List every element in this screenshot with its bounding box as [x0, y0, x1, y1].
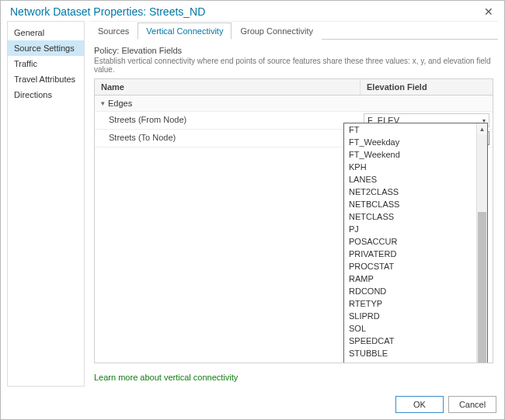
- ok-button[interactable]: OK: [395, 396, 444, 413]
- main-panel: Sources Vertical Connectivity Group Conn…: [89, 21, 498, 387]
- tab-vertical-connectivity[interactable]: Vertical Connectivity: [138, 23, 232, 40]
- chevron-down-icon: ▾: [101, 99, 105, 107]
- scroll-thumb[interactable]: [478, 212, 486, 363]
- dropdown-list[interactable]: FTFT_WeekdayFT_WeekendKPHLANESNET2CLASSN…: [344, 123, 476, 363]
- dropdown-option[interactable]: RAMP: [344, 272, 476, 285]
- learn-more-link[interactable]: Learn more about vertical connectivity: [94, 373, 238, 382]
- dropdown-option[interactable]: POSACCUR: [344, 235, 476, 248]
- group-label: Edges: [108, 99, 132, 108]
- row-name: Streets (To Node): [95, 130, 360, 147]
- close-icon[interactable]: ✕: [481, 5, 496, 18]
- dropdown-option[interactable]: FT_Weekday: [344, 136, 476, 148]
- dropdown-option[interactable]: NET2CLASS: [344, 186, 476, 198]
- header-elevation-field: Elevation Field: [360, 79, 493, 95]
- row-name: Streets (From Node): [95, 112, 360, 129]
- tab-sources[interactable]: Sources: [89, 23, 138, 40]
- dropdown-option[interactable]: SOL: [344, 322, 476, 335]
- elevation-fields-table: Name Elevation Field ▾ Edges Streets (Fr…: [94, 78, 493, 363]
- header-name: Name: [95, 79, 360, 95]
- titlebar: Network Dataset Properties: Streets_ND ✕: [1, 1, 504, 21]
- window-title: Network Dataset Properties: Streets_ND: [10, 5, 205, 18]
- dropdown-option[interactable]: NETCLASS: [344, 210, 476, 223]
- table-header: Name Elevation Field: [95, 79, 493, 95]
- scroll-track[interactable]: [477, 134, 487, 363]
- sidebar: General Source Settings Traffic Travel A…: [7, 21, 85, 387]
- dropdown-option[interactable]: PJ: [344, 223, 476, 235]
- dropdown-option[interactable]: NETBCLASS: [344, 198, 476, 210]
- dropdown-option[interactable]: FT_Weekend: [344, 148, 476, 161]
- dialog-footer: OK Cancel: [1, 390, 504, 419]
- dialog-window: Network Dataset Properties: Streets_ND ✕…: [0, 0, 505, 420]
- group-edges[interactable]: ▾ Edges: [95, 95, 493, 112]
- dropdown-option[interactable]: STUBBLE: [344, 347, 476, 359]
- dropdown-option[interactable]: PRIVATERD: [344, 248, 476, 260]
- dropdown-option[interactable]: KPH: [344, 161, 476, 173]
- dropdown-option[interactable]: SPEEDCAT: [344, 335, 476, 347]
- scrollbar[interactable]: ▲ ▼: [476, 123, 487, 363]
- elevation-field-dropdown: FTFT_WeekdayFT_WeekendKPHLANESNET2CLASSN…: [343, 123, 488, 363]
- dropdown-option[interactable]: FT: [344, 123, 476, 136]
- sidebar-item-source-settings[interactable]: Source Settings: [8, 40, 84, 56]
- dropdown-option[interactable]: LANES: [344, 173, 476, 186]
- sidebar-item-traffic[interactable]: Traffic: [8, 56, 84, 71]
- dropdown-option[interactable]: RDCOND: [344, 285, 476, 297]
- tab-group-connectivity[interactable]: Group Connectivity: [232, 23, 322, 40]
- sidebar-item-directions[interactable]: Directions: [8, 87, 84, 102]
- sidebar-item-general[interactable]: General: [8, 25, 84, 40]
- dropdown-option[interactable]: PROCSTAT: [344, 260, 476, 272]
- policy-section: Policy: Elevation Fields Establish verti…: [89, 40, 498, 77]
- dropdown-option[interactable]: RTETYP: [344, 297, 476, 310]
- policy-title: Policy: Elevation Fields: [94, 46, 493, 55]
- cancel-button[interactable]: Cancel: [448, 396, 496, 413]
- dialog-body: General Source Settings Traffic Travel A…: [1, 21, 504, 390]
- tabs: Sources Vertical Connectivity Group Conn…: [89, 22, 498, 40]
- dropdown-option[interactable]: SLIPRD: [344, 310, 476, 322]
- scroll-up-icon[interactable]: ▲: [477, 123, 487, 134]
- policy-description: Establish vertical connectivity where en…: [94, 57, 493, 74]
- dropdown-option[interactable]: T_BP: [344, 359, 476, 363]
- sidebar-item-travel-attributes[interactable]: Travel Attributes: [8, 71, 84, 87]
- learn-more-section: Learn more about vertical connectivity: [89, 368, 498, 387]
